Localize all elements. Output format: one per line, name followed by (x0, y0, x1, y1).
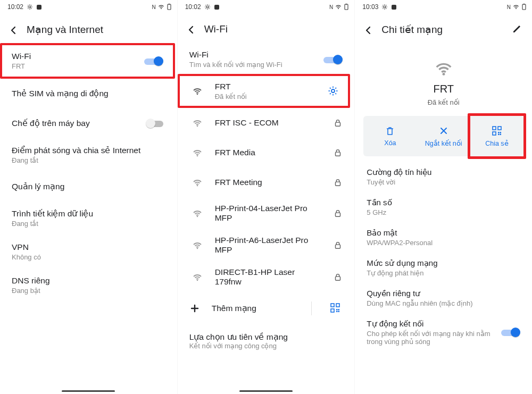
network-name: DIRECT-B1-HP Laser 179fnw (215, 267, 324, 287)
dns-row[interactable]: DNS riêng Đang bật (0, 269, 177, 302)
wifi-label: Wi-Fi (12, 52, 135, 61)
highlight-connected-network: FRT Đã kết nối (178, 74, 351, 108)
pane-network-details: 10:03 N Chi tiết mạng FRT Đã kết nối Xóa… (354, 0, 532, 394)
section-title: Quyền riêng tư (367, 289, 520, 298)
pref-sub: Kết nối với mạng công cộng (189, 342, 343, 350)
detail-section[interactable]: Mức sử dụng mạngTự động phát hiện (355, 253, 532, 283)
plus-icon (189, 303, 200, 314)
section-value: Tự động phát hiện (367, 269, 520, 277)
network-status: Đã kết nối (215, 93, 319, 100)
airplane-toggle[interactable] (146, 118, 165, 129)
detail-section[interactable]: Bảo mậtWPA/WPA2-Personal (355, 222, 532, 253)
section-value: Dùng MAC ngẫu nhiên (mặc định) (367, 299, 520, 307)
close-icon (438, 125, 449, 136)
status-time: 10:03 (362, 3, 378, 11)
battery-icon (344, 4, 349, 10)
disconnect-button[interactable]: Ngắt kết nối (417, 116, 470, 156)
network-status: Đã kết nối (428, 98, 460, 106)
lock-icon (333, 178, 343, 187)
page-title: Wi-Fi (204, 23, 228, 35)
gear-icon (27, 4, 33, 10)
page-title: Mạng và Internet (27, 23, 103, 36)
dns-sub: Đang bật (12, 287, 165, 295)
wifi-icon (158, 4, 164, 10)
network-row[interactable]: HP-Print-04-LaserJet Pro MFP (178, 197, 355, 229)
network-row[interactable]: DIRECT-B1-HP Laser 179fnw (178, 261, 355, 293)
status-bar: 10:02 N (178, 0, 355, 14)
detail-section[interactable]: Tần số5 GHz (355, 192, 532, 222)
airplane-row[interactable]: Chế độ trên máy bay (0, 108, 177, 138)
auto-connect-toggle[interactable] (501, 327, 520, 338)
lock-icon (333, 272, 343, 282)
manage-network-label: Quản lý mạng (12, 182, 165, 191)
status-indicator-n: N (152, 4, 155, 10)
gear-icon (204, 4, 211, 10)
auto-connect-sub: Cho phép kết nối với mạng này khi nằm tr… (367, 330, 494, 346)
section-title: Tần số (367, 198, 520, 207)
connected-network-row[interactable]: FRT Đã kết nối (180, 76, 348, 106)
lock-icon (333, 148, 343, 157)
lock-icon (333, 240, 343, 250)
app-icon (391, 4, 397, 10)
back-button[interactable] (7, 24, 19, 36)
manage-network-row[interactable]: Quản lý mạng (0, 172, 177, 202)
share-button[interactable]: Chia sẻ (470, 116, 523, 156)
network-name: HP-Print-04-LaserJet Pro MFP (215, 204, 324, 223)
network-actions: Xóa Ngắt kết nối Chia sẻ (363, 116, 523, 156)
back-button[interactable] (185, 23, 197, 35)
wifi-toggle[interactable] (323, 54, 343, 65)
add-network-row[interactable]: Thêm mạng (178, 293, 355, 324)
network-row[interactable]: FRT Media (178, 138, 355, 167)
network-row[interactable]: HP-Print-A6-LaserJet Pro MFP (178, 229, 355, 261)
detail-section[interactable]: Cường độ tín hiệuTuyệt vời (355, 162, 532, 192)
network-preferences-row[interactable]: Lựa chọn ưu tiên về mạng Kết nối với mạn… (178, 324, 355, 352)
home-indicator[interactable] (62, 390, 115, 392)
network-header: FRT Đã kết nối (355, 43, 532, 116)
home-indicator[interactable] (239, 390, 293, 392)
delete-button[interactable]: Xóa (363, 116, 417, 156)
network-row[interactable]: FRT ISC - ECOM (178, 108, 355, 138)
airplane-label: Chế độ trên máy bay (12, 119, 137, 128)
network-name: FRT (433, 83, 454, 95)
auto-connect-title: Tự động kết nối (367, 319, 494, 329)
status-time: 10:02 (185, 3, 201, 11)
back-button[interactable] (362, 24, 374, 36)
vpn-row[interactable]: VPN Không có (0, 235, 177, 269)
hotspot-row[interactable]: Điểm phát sóng và chia sẻ Internet Đang … (0, 138, 177, 172)
wifi-toggle[interactable] (144, 56, 163, 66)
vpn-label: VPN (12, 242, 165, 252)
wifi-row[interactable]: Wi-Fi FRT (2, 45, 173, 77)
network-name: HP-Print-A6-LaserJet Pro MFP (215, 236, 324, 255)
auto-connect-row[interactable]: Tự động kết nối Cho phép kết nối với mạn… (355, 313, 532, 351)
trash-icon (385, 125, 395, 136)
gear-icon (381, 4, 388, 10)
edit-button[interactable] (512, 23, 522, 36)
header: Chi tiết mạng (355, 16, 532, 43)
header: Wi-Fi (178, 16, 355, 43)
hotspot-sub: Đang tắt (12, 156, 165, 164)
wifi-icon (189, 208, 205, 219)
wifi-icon (189, 118, 205, 128)
battery-icon (521, 4, 527, 10)
detail-section[interactable]: Quyền riêng tưDùng MAC ngẫu nhiên (mặc đ… (355, 283, 532, 313)
qr-icon (492, 125, 502, 136)
highlight-wifi-row: Wi-Fi FRT (0, 43, 175, 79)
wifi-icon (513, 4, 519, 10)
network-name: FRT Meeting (215, 178, 324, 187)
qr-scan-button[interactable] (330, 303, 343, 315)
status-indicator-n: N (507, 4, 511, 10)
network-row[interactable]: FRT Meeting (178, 167, 355, 197)
wifi-toggle-row[interactable]: Wi-Fi Tìm và kết nối với mạng Wi-Fi (178, 43, 355, 74)
data-saver-row[interactable]: Trình tiết kiệm dữ liệu Đang tắt (0, 202, 177, 235)
network-name: FRT Media (215, 148, 324, 157)
battery-icon (167, 4, 172, 10)
section-value: WPA/WPA2-Personal (367, 239, 520, 247)
sim-row[interactable]: Thẻ SIM và mạng di động (0, 79, 177, 108)
wifi-icon (189, 147, 205, 158)
section-title: Cường độ tín hiệu (367, 167, 520, 177)
lock-icon (333, 208, 343, 218)
sim-label: Thẻ SIM và mạng di động (12, 89, 165, 98)
network-settings-button[interactable] (328, 86, 338, 96)
wifi-icon (189, 86, 205, 96)
share-label: Chia sẻ (485, 139, 508, 147)
